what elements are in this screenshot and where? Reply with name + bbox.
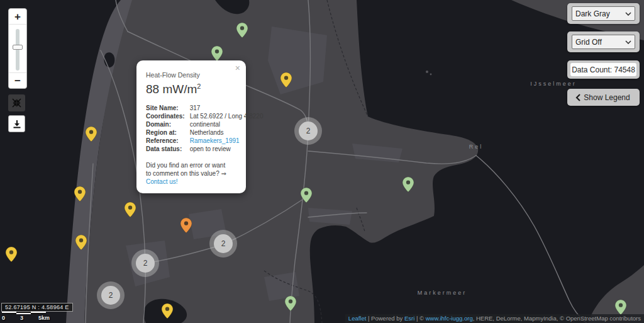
pin-icon	[402, 177, 414, 192]
pin-icon	[6, 247, 17, 262]
yellow-pin-marker[interactable]	[280, 72, 292, 88]
water-name-label: Markermeer	[418, 290, 467, 296]
pin-icon	[615, 300, 626, 315]
basemap-select[interactable]: Dark Gray	[572, 6, 635, 21]
popup-value: 88 mW/m2	[146, 82, 237, 96]
download-icon	[13, 120, 21, 128]
pin-icon	[285, 296, 296, 311]
esri-link[interactable]: Esri	[404, 315, 414, 322]
green-pin-marker[interactable]	[615, 300, 626, 315]
chevron-left-icon	[575, 94, 580, 101]
map-canvas[interactable]	[0, 0, 644, 323]
cluster-marker[interactable]: 2	[131, 249, 159, 277]
yellow-pin-marker[interactable]	[162, 303, 173, 319]
table-row: Region at: Netherlands	[146, 128, 263, 137]
compress-arrows-icon	[12, 98, 21, 108]
heat-flow-popup: × Heat-Flow Density 88 mW/m2 Site Name: …	[136, 60, 246, 193]
cluster-marker[interactable]: 2	[209, 230, 237, 258]
green-pin-marker[interactable]	[285, 296, 296, 311]
reference-link[interactable]: Ramaekers_1991	[190, 137, 264, 145]
table-row: Data status: open to review	[146, 145, 263, 153]
pin-icon	[75, 235, 87, 250]
cluster-count: 2	[299, 122, 318, 140]
attribution-bar: Leaflet | Powered by Esri | © www.ihfc-i…	[345, 314, 644, 323]
contact-us-link[interactable]: Contact us!	[146, 178, 178, 185]
pin-icon	[236, 23, 248, 38]
pin-icon	[86, 127, 97, 142]
yellow-pin-marker[interactable]	[6, 247, 17, 262]
chevron-down-icon	[625, 40, 631, 44]
green-pin-marker[interactable]	[301, 188, 312, 203]
green-pin-marker[interactable]	[211, 46, 223, 61]
download-button[interactable]	[8, 115, 25, 132]
pin-icon	[180, 218, 192, 233]
cluster-marker[interactable]: 2	[294, 117, 322, 145]
popup-footer: Did you find an error or want to comment…	[146, 161, 237, 186]
ihfc-link[interactable]: www.ihfc-iugg.org	[426, 315, 473, 322]
yellow-pin-marker[interactable]	[74, 186, 86, 201]
water-name-label: Rel	[469, 144, 484, 150]
pin-icon	[211, 46, 223, 61]
cluster-count: 2	[101, 286, 120, 305]
scale-bar: 0 3 5km	[2, 312, 71, 321]
fullscreen-button[interactable]	[8, 94, 25, 111]
basemap-panel: Dark Gray	[567, 3, 640, 24]
coordinate-readout: 52.67195 N : 4.58964 E	[1, 303, 73, 312]
pin-icon	[280, 72, 292, 88]
pin-icon	[162, 303, 173, 319]
table-row: Domain: continental	[146, 120, 263, 128]
green-pin-marker[interactable]	[402, 177, 414, 192]
zoom-control: + −	[8, 8, 27, 89]
yellow-pin-marker[interactable]	[86, 127, 97, 142]
zoom-slider-handle[interactable]	[13, 45, 23, 50]
popup-close-icon[interactable]: ×	[235, 64, 240, 72]
orange-pin-marker[interactable]	[180, 218, 192, 233]
yellow-pin-marker[interactable]	[75, 235, 87, 250]
grid-select[interactable]: Grid Off	[572, 35, 635, 49]
table-row: Site Name: 317	[146, 104, 263, 112]
grid-panel: Grid Off	[567, 31, 640, 52]
leaflet-link[interactable]: Leaflet	[348, 315, 367, 322]
zoom-out-button[interactable]: −	[9, 72, 26, 88]
table-row: Reference: Ramaekers_1991	[146, 137, 263, 145]
yellow-pin-marker[interactable]	[125, 202, 136, 217]
cluster-count: 2	[136, 254, 155, 273]
green-pin-marker[interactable]	[236, 23, 248, 38]
map-application: IJsselmeerRelMarkermeer	[0, 0, 644, 323]
popup-title: Heat-Flow Density	[146, 71, 237, 79]
data-count-panel: Data Count: 74548	[567, 60, 640, 79]
cluster-marker[interactable]: 2	[97, 281, 125, 309]
pin-icon	[301, 188, 312, 203]
show-legend-button[interactable]: Show Legend	[567, 89, 640, 106]
zoom-in-button[interactable]: +	[9, 9, 26, 25]
data-count-badge: Data Count: 74548	[570, 63, 636, 76]
zoom-slider[interactable]	[16, 29, 19, 71]
popup-fields-table: Site Name: 317 Coordinates: Lat 52.6922 …	[146, 104, 263, 153]
table-row: Coordinates: Lat 52.6922 / Long 4.8220	[146, 112, 263, 120]
pin-icon	[74, 186, 86, 201]
cluster-count: 2	[214, 234, 233, 253]
chevron-down-icon	[625, 12, 631, 16]
pin-icon	[125, 202, 136, 217]
water-name-label: IJsselmeer	[530, 81, 577, 87]
